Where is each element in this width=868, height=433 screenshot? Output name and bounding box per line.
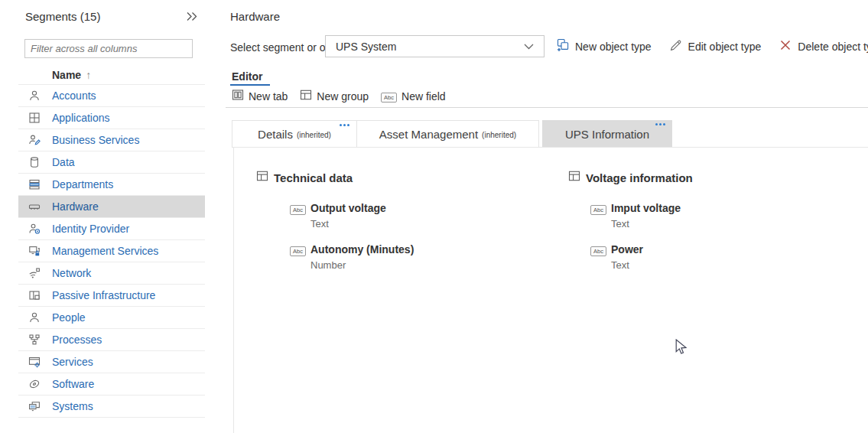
screens-lock-icon (28, 245, 41, 257)
field-power[interactable]: AbcPowerText (590, 243, 693, 271)
monitors-icon (28, 400, 41, 412)
sidebar-item-services[interactable]: Services (18, 351, 205, 373)
sidebar-item-label: Applications (52, 112, 110, 124)
sidebar-item-label: Hardware (52, 200, 99, 213)
sidebar-item-people[interactable]: People (18, 307, 205, 329)
name-column-label: Name (52, 69, 81, 81)
wifi-icon (28, 267, 41, 279)
segment-select[interactable]: UPS System (325, 35, 545, 57)
sidebar-item-label: Passive Infrastructure (52, 289, 155, 301)
group-technical-data: Technical dataAbcOutput voltageTextAbcAu… (256, 170, 414, 284)
group-header[interactable]: Voltage information (568, 170, 693, 185)
tab-label: Details (258, 128, 293, 141)
name-column-header[interactable]: Name↑ (52, 69, 91, 81)
group-title: Technical data (274, 171, 353, 184)
user-icon (28, 311, 41, 324)
abc-field-icon: Abc (290, 243, 306, 256)
form-tabs: Details(inherited)Asset Management(inher… (232, 120, 672, 148)
tab-inherited-suffix: (inherited) (297, 129, 331, 139)
sidebar-item-departments[interactable]: Departments (18, 174, 205, 196)
sidebar-title: Segments (15) (25, 10, 100, 23)
sidebar-item-label: Accounts (52, 90, 96, 102)
app-grid-icon (28, 112, 41, 124)
abc-field-icon: Abc (381, 90, 397, 103)
tab-ups-information[interactable]: UPS Information (542, 120, 672, 148)
sidebar-item-identity-provider[interactable]: Identity Provider (18, 218, 205, 240)
new-tab-icon (232, 89, 244, 103)
sidebar-item-label: Data (52, 156, 75, 168)
sidebar-item-business-services[interactable]: Business Services (18, 129, 205, 151)
field-name: Imput voltage (611, 202, 681, 214)
new-object-type-button[interactable]: New object type (556, 38, 652, 54)
tab-label: UPS Information (565, 128, 649, 141)
double-chevron-right-icon[interactable] (186, 11, 198, 25)
toolbar-button-label: New field (401, 90, 446, 103)
tab-asset-management[interactable]: Asset Management(inherited) (356, 120, 539, 148)
segment-select-value: UPS System (336, 41, 524, 53)
page-title: Hardware (230, 10, 280, 23)
group-header[interactable]: Technical data (256, 170, 414, 185)
tab-menu-dots-icon[interactable] (655, 123, 665, 125)
abc-field-icon: Abc (290, 201, 306, 215)
group-fields: AbcImput voltageTextAbcPowerText (590, 201, 693, 271)
edit-object-type-button[interactable]: Edit object type (669, 38, 762, 54)
user-icon (28, 90, 41, 102)
sidebar-item-management-services[interactable]: Management Services (18, 240, 205, 262)
tab-menu-dots-icon[interactable] (340, 124, 349, 126)
sidebar-item-label: Systems (52, 400, 93, 412)
sidebar-item-software[interactable]: Software (18, 373, 205, 396)
sidebar-item-applications[interactable]: Applications (18, 107, 205, 129)
sidebar-item-passive-infrastructure[interactable]: Passive Infrastructure (18, 285, 205, 307)
sidebar-item-label: People (52, 311, 86, 324)
sidebar-item-hardware[interactable]: Hardware (18, 196, 205, 218)
tab-editor[interactable]: Editor (232, 70, 262, 83)
editor-tab-underline (230, 84, 270, 86)
action-button-label: New object type (575, 41, 652, 53)
group-voltage-information: Voltage informationAbcImput voltageTextA… (568, 170, 693, 284)
object-type-actions: New object typeEdit object typeDelete ob… (556, 38, 868, 54)
toolbar-divider (226, 107, 868, 108)
new-tab-button[interactable]: New tab (232, 89, 288, 103)
window-gear-icon (28, 356, 41, 368)
disc-icon (28, 378, 41, 390)
sidebar-item-data[interactable]: Data (18, 151, 205, 174)
database-icon (28, 156, 41, 168)
group-fields: AbcOutput voltageTextAbcAutonomy (Minute… (290, 201, 414, 271)
new-group-button[interactable]: New group (300, 89, 369, 103)
action-button-label: Edit object type (688, 41, 762, 53)
table-icon (256, 170, 268, 185)
sidebar-item-label: Departments (52, 178, 113, 190)
delete-x-icon (779, 38, 792, 54)
field-name: Autonomy (Minutes) (310, 243, 414, 256)
sidebar-item-systems[interactable]: Systems (18, 396, 205, 418)
sidebar-item-label: Identity Provider (52, 223, 129, 235)
field-header: AbcImput voltage (590, 201, 693, 215)
sidebar-item-accounts[interactable]: Accounts (18, 85, 205, 107)
toolbar-button-label: New tab (249, 90, 288, 103)
abc-field-icon: Abc (590, 201, 606, 215)
field-imput-voltage[interactable]: AbcImput voltageText (590, 201, 693, 230)
field-header: AbcPower (590, 243, 693, 256)
field-type: Text (310, 218, 414, 230)
group-title: Voltage information (586, 171, 693, 184)
tab-inherited-suffix: (inherited) (482, 129, 516, 139)
sidebar-item-network[interactable]: Network (18, 262, 205, 285)
new-field-button[interactable]: AbcNew field (381, 89, 446, 103)
tab-details[interactable]: Details(inherited) (232, 120, 357, 148)
delete-object-type-button[interactable]: Delete object type (779, 38, 868, 54)
table-icon (568, 170, 580, 185)
filter-input[interactable] (24, 39, 193, 58)
field-type: Number (310, 259, 414, 271)
segments-list: AccountsApplicationsBusiness ServicesDat… (18, 84, 205, 418)
sidebar-item-processes[interactable]: Processes (18, 329, 205, 351)
field-autonomy-minutes[interactable]: AbcAutonomy (Minutes)Number (290, 243, 414, 271)
field-output-voltage[interactable]: AbcOutput voltageText (290, 201, 414, 230)
sidebar-item-label: Network (52, 267, 91, 279)
sidebar-item-label: Software (52, 378, 94, 390)
toolbar-button-label: New group (317, 90, 369, 103)
field-name: Power (611, 243, 643, 256)
rows-icon (28, 178, 41, 190)
sort-ascending-icon: ↑ (86, 69, 91, 81)
field-header: AbcAutonomy (Minutes) (290, 243, 414, 256)
sidebar-item-label: Business Services (52, 134, 139, 146)
